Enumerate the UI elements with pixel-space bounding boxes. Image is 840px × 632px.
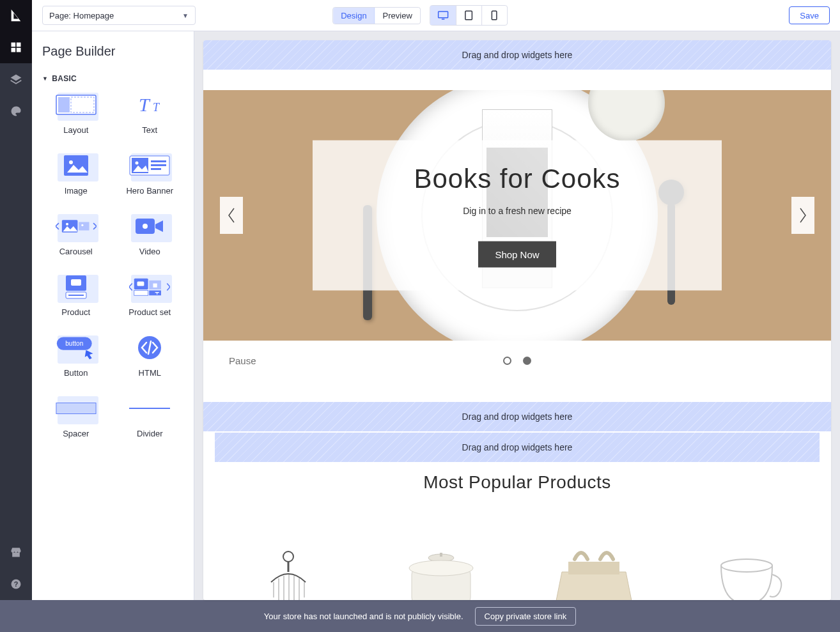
device-tablet[interactable]	[456, 6, 481, 25]
sidebar-title: Page Builder	[42, 44, 183, 59]
section-toggle-basic[interactable]: ▼ BASIC	[42, 74, 183, 83]
sidebar: Page Builder ▼ BASIC Layout TT Text	[32, 31, 194, 600]
product-card-3[interactable]	[527, 527, 660, 600]
widget-label: Product set	[128, 307, 171, 317]
widget-image[interactable]: Image	[42, 151, 110, 196]
widget-spacer[interactable]: Spacer	[42, 394, 110, 438]
popular-title: Most Popular Products	[203, 472, 831, 493]
widget-video[interactable]: Video	[116, 212, 184, 256]
html-icon	[129, 334, 170, 362]
carousel-dot-1[interactable]	[503, 357, 511, 365]
dropzone-top[interactable]: Drag and drop widgets here	[203, 40, 831, 70]
svg-rect-4	[12, 43, 16, 47]
help-icon: ?	[10, 578, 22, 590]
hero-banner-icon	[129, 151, 170, 180]
desktop-icon	[437, 10, 449, 21]
carousel-dots	[503, 357, 531, 365]
widget-label: Product	[61, 307, 90, 317]
video-icon	[129, 212, 170, 240]
brand-logo[interactable]	[0, 0, 32, 31]
svg-point-24	[66, 223, 68, 226]
dropzone-mid-2[interactable]: Drag and drop widgets here	[215, 433, 820, 462]
device-desktop[interactable]	[430, 6, 456, 25]
svg-point-43	[283, 551, 293, 562]
copy-private-link-button[interactable]: Copy private store link	[475, 607, 577, 626]
widget-label: Button	[64, 368, 88, 378]
widget-label: Hero Banner	[126, 186, 173, 196]
layers-icon	[10, 73, 22, 86]
widget-layout[interactable]: Layout	[42, 91, 110, 135]
svg-point-57	[721, 559, 772, 572]
store-icon	[10, 546, 22, 559]
rail-layers[interactable]	[0, 63, 32, 95]
dropzone-text: Drag and drop widgets here	[462, 442, 573, 452]
svg-point-28	[143, 224, 148, 229]
svg-rect-21	[151, 164, 166, 166]
device-toggle	[430, 5, 508, 26]
widget-carousel[interactable]: Carousel	[42, 212, 110, 256]
chevron-right-icon	[798, 207, 808, 224]
svg-rect-6	[12, 48, 16, 52]
page-selector[interactable]: Page: Homepage ▼	[42, 6, 196, 25]
carousel-pause[interactable]: Pause	[229, 355, 256, 366]
mobile-icon	[488, 10, 500, 21]
device-mobile[interactable]	[481, 6, 507, 25]
svg-text:T: T	[153, 101, 160, 114]
svg-rect-11	[58, 97, 70, 112]
widget-label: Text	[142, 125, 157, 135]
footer-banner: Your store has not launched and is not p…	[0, 600, 840, 632]
widget-product-set[interactable]: Product set	[116, 273, 184, 317]
product-set-icon	[129, 273, 170, 301]
brand-icon	[9, 8, 23, 22]
triangle-down-icon: ▼	[42, 75, 48, 82]
button-icon: button	[56, 334, 97, 362]
svg-text:?: ?	[14, 580, 19, 588]
rail-theme[interactable]	[0, 95, 32, 127]
dropzone-mid-1[interactable]: Drag and drop widgets here	[203, 402, 831, 431]
product-image-strainer	[260, 546, 317, 600]
product-card-4[interactable]	[680, 527, 813, 600]
carousel-dot-2[interactable]	[523, 357, 531, 365]
layout-icon	[56, 91, 97, 119]
svg-rect-7	[17, 48, 21, 52]
widget-hero-banner[interactable]: Hero Banner	[116, 151, 184, 196]
body: ? Page Builder ▼ BASIC Layout TT Text	[0, 31, 840, 600]
widget-button[interactable]: button Button	[42, 334, 110, 378]
widget-product[interactable]: Product	[42, 273, 110, 317]
section-label: BASIC	[52, 74, 77, 83]
widget-grid: Layout TT Text Image He	[42, 91, 183, 438]
canvas-card: Drag and drop widgets here	[203, 40, 831, 600]
mode-preview[interactable]: Preview	[375, 8, 420, 24]
chevron-left-icon	[226, 207, 237, 224]
svg-rect-15	[64, 155, 88, 176]
svg-point-26	[81, 224, 83, 226]
rail-help[interactable]: ?	[0, 568, 32, 600]
rail-store[interactable]	[0, 536, 32, 568]
product-icon	[56, 273, 97, 301]
rail-widgets[interactable]	[0, 31, 32, 63]
whitespace	[203, 70, 831, 90]
widget-label: Spacer	[63, 429, 89, 438]
topbar: Page: Homepage ▼ Design Preview Save	[0, 0, 840, 31]
widget-text[interactable]: TT Text	[116, 91, 184, 135]
widget-label: Video	[139, 247, 160, 256]
svg-rect-32	[68, 295, 84, 296]
save-button[interactable]: Save	[789, 6, 830, 24]
text-icon: TT	[129, 91, 170, 119]
hero-next[interactable]	[791, 197, 814, 234]
hero-prev[interactable]	[220, 197, 243, 234]
canvas-scroll[interactable]: Drag and drop widgets here	[203, 40, 831, 600]
product-card-1[interactable]	[221, 527, 355, 600]
mode-design[interactable]: Design	[333, 8, 375, 24]
hero-banner[interactable]: Books for Cooks Dig in to a fresh new re…	[203, 90, 831, 341]
product-card-2[interactable]	[374, 527, 508, 600]
hero-panel: Books for Cooks Dig in to a fresh new re…	[313, 141, 722, 291]
widget-html[interactable]: HTML	[116, 334, 184, 378]
svg-rect-53	[440, 553, 442, 557]
palette-icon	[10, 105, 22, 118]
center-controls: Design Preview	[332, 5, 508, 26]
widget-divider[interactable]: Divider	[116, 394, 184, 438]
hero-cta-button[interactable]: Shop Now	[478, 242, 556, 268]
mode-toggle: Design Preview	[332, 7, 421, 24]
widget-label: Divider	[137, 429, 162, 438]
